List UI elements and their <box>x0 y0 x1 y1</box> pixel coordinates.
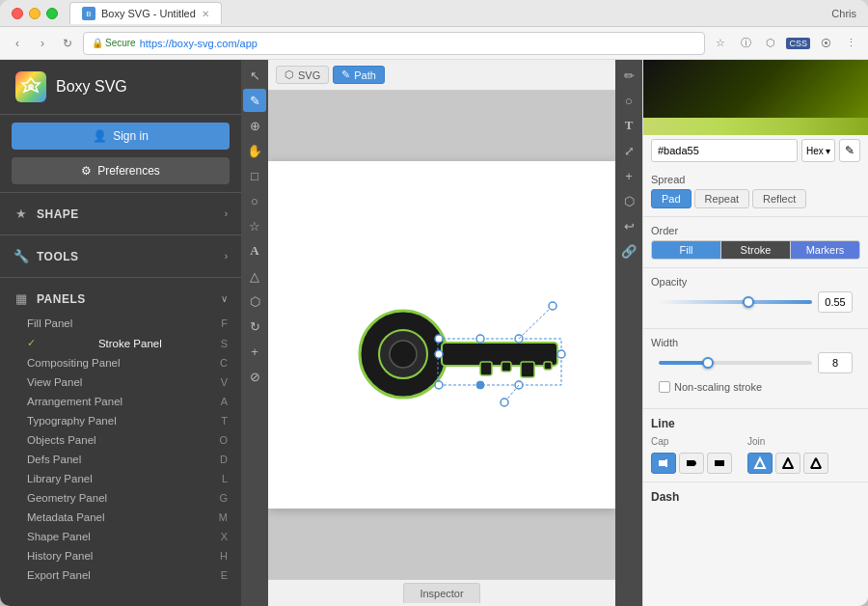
panel-item-key: H <box>220 550 228 562</box>
panel-item[interactable]: Objects PanelO <box>0 430 241 450</box>
chevron-down-icon: ▾ <box>826 146 830 156</box>
address-input[interactable]: 🔒 Secure https://boxy-svg.com/app <box>83 32 705 55</box>
non-scaling-checkbox[interactable] <box>659 381 670 393</box>
pencil-tool-button[interactable]: ✏ <box>617 64 640 87</box>
spread-repeat-button[interactable]: Repeat <box>694 189 749 208</box>
canvas-bottom: Inspector <box>268 579 615 606</box>
tools-section-header[interactable]: 🔧 TOOLS › <box>0 241 241 271</box>
expand-tool-button[interactable]: ⤢ <box>617 139 640 162</box>
preferences-button[interactable]: ⚙ Preferences <box>12 157 230 184</box>
tab-close-button[interactable]: ✕ <box>202 9 209 19</box>
circle-tool-button[interactable]: ○ <box>243 189 266 212</box>
link-tool-button[interactable]: 🔗 <box>617 239 640 262</box>
eyedropper-button[interactable]: ✎ <box>839 139 860 162</box>
chrome-icon[interactable]: ⦿ <box>816 34 835 53</box>
panel-item[interactable]: Fill PanelF <box>0 314 241 333</box>
panel-item[interactable]: Metadata PanelM <box>0 508 241 527</box>
svg-rect-23 <box>659 460 666 466</box>
panel-item[interactable]: History PanelH <box>0 546 241 565</box>
join-miter-button[interactable] <box>747 453 773 474</box>
panel-item[interactable]: Typography PanelT <box>0 411 241 430</box>
measure-tool-button[interactable]: ⊘ <box>243 365 266 388</box>
opacity-slider-thumb[interactable] <box>743 296 754 308</box>
pen-tool-button[interactable]: ⬡ <box>243 289 266 313</box>
panel-item[interactable]: Shape PanelX <box>0 527 241 546</box>
svg-point-20 <box>549 302 556 310</box>
spread-reflect-button[interactable]: Reflect <box>752 189 806 208</box>
back-button[interactable]: ‹ <box>8 34 27 53</box>
width-slider-thumb[interactable] <box>702 357 714 369</box>
panel-item[interactable]: Compositing PanelC <box>0 353 241 372</box>
close-button[interactable] <box>12 8 23 19</box>
undo-tool-button[interactable]: ↩ <box>617 214 640 237</box>
breadcrumb-path[interactable]: ✎ Path <box>333 66 385 84</box>
user-name: Chris <box>831 8 856 19</box>
select-tool-button[interactable]: ↖ <box>243 64 266 87</box>
gradient-preview <box>643 60 868 118</box>
panel-item[interactable]: Defs PanelD <box>0 450 241 469</box>
signin-button[interactable]: 👤 Sign in <box>12 123 230 150</box>
css-badge[interactable]: CSS <box>786 38 810 49</box>
opacity-row: 0.55 <box>651 291 860 320</box>
panels-section-header[interactable]: ▦ PANELS ∨ <box>0 284 241 314</box>
width-value[interactable]: 8 <box>818 352 853 373</box>
cap-round-button[interactable] <box>679 453 704 474</box>
zoom-tool-button[interactable]: ⊕ <box>243 114 266 137</box>
panel-item[interactable]: Library PanelL <box>0 469 241 488</box>
brush-tool-button[interactable]: ↻ <box>243 315 266 338</box>
path-tool-button[interactable]: ✎ <box>243 89 266 112</box>
refresh-button[interactable]: ↻ <box>58 34 77 53</box>
pan-tool-button[interactable]: ✋ <box>243 139 266 162</box>
inspector-tab[interactable]: Inspector <box>403 583 479 603</box>
menu-icon[interactable]: ⋮ <box>841 34 860 53</box>
order-tabs: Fill Stroke Markers <box>651 240 860 260</box>
order-fill-tab[interactable]: Fill <box>652 241 721 259</box>
opacity-value[interactable]: 0.55 <box>818 291 853 313</box>
spread-pad-button[interactable]: Pad <box>651 189 692 208</box>
panel-item-label: Geometry Panel <box>27 492 107 504</box>
panel-item-label: Typography Panel <box>27 415 117 427</box>
breadcrumb-svg[interactable]: ⬡ SVG <box>276 66 329 84</box>
minimize-button[interactable] <box>29 8 41 19</box>
svg-marker-29 <box>811 458 821 468</box>
panel-item[interactable]: Geometry PanelG <box>0 488 241 508</box>
width-slider-track[interactable] <box>659 361 812 365</box>
text-right-tool-button[interactable]: T <box>617 114 640 137</box>
circle-right-tool-button[interactable]: ○ <box>617 89 640 112</box>
hex-input[interactable] <box>651 139 798 162</box>
forward-button[interactable]: › <box>33 34 52 53</box>
cap-square-button[interactable] <box>707 453 732 474</box>
browser-tab[interactable]: B Boxy SVG - Untitled ✕ <box>69 2 222 24</box>
maximize-button[interactable] <box>46 8 58 19</box>
bookmark-icon[interactable]: ☆ <box>711 34 730 53</box>
canvas-svg <box>307 238 577 431</box>
panel-item-key: T <box>221 415 228 427</box>
svg-point-22 <box>501 399 508 406</box>
panel-item-key: X <box>221 531 228 542</box>
join-round-button[interactable] <box>775 453 800 474</box>
panel-item-key: S <box>221 338 228 349</box>
plus-tool-button[interactable]: + <box>617 164 640 187</box>
panel-item[interactable]: Arrangement PanelA <box>0 392 241 411</box>
info-icon[interactable]: ⓘ <box>736 34 755 53</box>
hex-right-tool-button[interactable]: ⬡ <box>617 189 640 212</box>
opacity-slider-track[interactable] <box>659 300 812 304</box>
cap-butt-button[interactable] <box>651 453 676 474</box>
panel-item[interactable]: ✓Stroke PanelS <box>0 333 241 353</box>
order-stroke-tab[interactable]: Stroke <box>721 241 791 259</box>
panel-item[interactable]: View PanelV <box>0 372 241 392</box>
panel-item-key: A <box>221 396 228 407</box>
join-bevel-button[interactable] <box>803 453 828 474</box>
order-markers-tab[interactable]: Markers <box>791 241 859 259</box>
dash-section: Dash <box>643 482 868 511</box>
panel-item[interactable]: Export PanelE <box>0 565 241 585</box>
canvas-area[interactable] <box>268 91 615 579</box>
triangle-tool-button[interactable]: △ <box>243 264 266 288</box>
shape-section-header[interactable]: ★ SHAPE › <box>0 199 241 229</box>
color-format-select[interactable]: Hex ▾ <box>801 139 835 162</box>
layers-icon[interactable]: ⬡ <box>761 34 780 53</box>
shapes-tool-button[interactable]: □ <box>243 164 266 187</box>
cross-tool-button[interactable]: + <box>243 340 266 363</box>
text-tool-button[interactable]: A <box>243 239 266 262</box>
star-tool-button[interactable]: ☆ <box>243 214 266 237</box>
